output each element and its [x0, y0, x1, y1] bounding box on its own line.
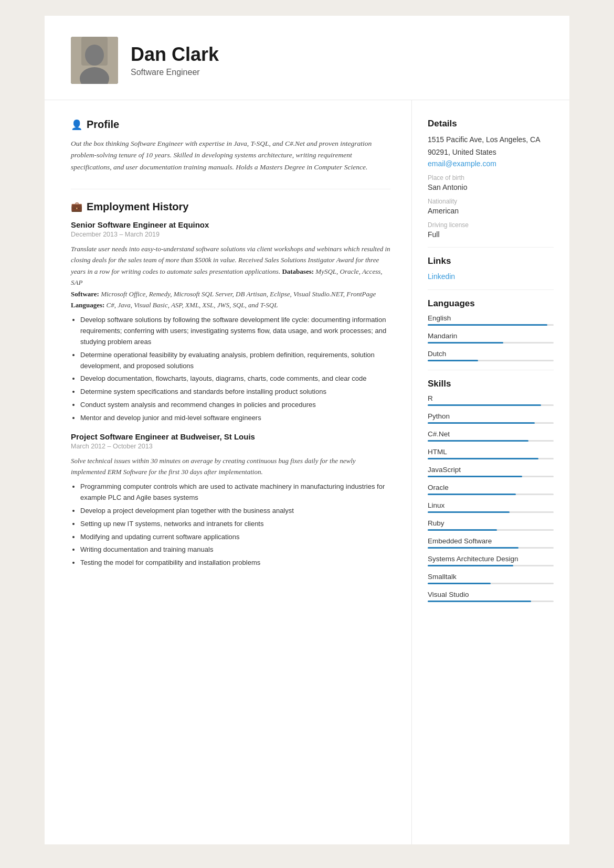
skill-bar-fill-11 [428, 601, 531, 602]
job-1-bullet-2: Determine operational feasibility by eva… [80, 350, 390, 372]
skill-item-7: Ruby [428, 519, 554, 531]
profile-icon: 👤 [71, 119, 82, 131]
skill-bar-bg-0 [428, 404, 554, 406]
language-item-2: Dutch [428, 350, 554, 361]
job-1-bullet-6: Mentor and develop junior and mid-level … [80, 413, 390, 424]
language-name-2: Dutch [428, 350, 554, 358]
job-2-bullets: Programming computer controls which are … [80, 481, 390, 569]
skill-bar-bg-11 [428, 601, 554, 602]
skill-item-9: Systems Architecture Design [428, 555, 554, 566]
skill-bar-fill-2 [428, 440, 528, 442]
employment-section-title: 💼 Employment History [71, 201, 390, 213]
skill-name-11: Visual Studio [428, 591, 554, 598]
resume-card: Dan Clark Software Engineer 👤 Profile Ou… [45, 16, 569, 844]
skill-bar-bg-10 [428, 583, 554, 584]
skill-item-10: Smalltalk [428, 573, 554, 584]
language-bar-bg-1 [428, 342, 554, 344]
skill-bar-bg-6 [428, 511, 554, 513]
job-2-bullet-1: Programming computer controls which are … [80, 481, 390, 503]
job-1-bullet-4: Determine system specifications and stan… [80, 387, 390, 398]
skill-bar-bg-2 [428, 440, 554, 442]
language-bar-bg-2 [428, 360, 554, 361]
skill-name-0: R [428, 394, 554, 402]
skill-item-1: Python [428, 412, 554, 424]
skill-name-1: Python [428, 412, 554, 420]
skill-bar-bg-5 [428, 494, 554, 495]
svg-rect-3 [81, 37, 108, 66]
skill-bar-fill-4 [428, 476, 522, 477]
skill-item-8: Embedded Software [428, 537, 554, 549]
driving-license-label: Driving license [428, 221, 554, 229]
job-1: Senior Software Engineer at Equinox Dece… [71, 220, 390, 424]
languages-section: Languages English Mandarin Dutch [428, 298, 554, 361]
details-section: Details 1515 Pacific Ave, Los Angeles, C… [428, 119, 554, 239]
skill-item-3: HTML [428, 448, 554, 459]
nationality-value: American [428, 207, 554, 215]
language-item-0: English [428, 314, 554, 326]
skills-section: Skills R Python C#.Net HTML [428, 379, 554, 602]
skill-item-11: Visual Studio [428, 591, 554, 602]
links-section: Links Linkedin [428, 256, 554, 281]
skill-bar-bg-7 [428, 529, 554, 531]
job-2-dates: March 2012 – October 2013 [71, 443, 390, 450]
language-name-0: English [428, 314, 554, 322]
skill-bar-fill-9 [428, 565, 513, 566]
details-title: Details [428, 119, 554, 129]
job-1-bullet-1: Develop software solutions by following … [80, 315, 390, 347]
skill-bar-fill-5 [428, 494, 516, 495]
job-2-bullet-6: Testing the model for compatibility and … [80, 558, 390, 569]
skill-bar-fill-1 [428, 422, 535, 424]
profile-section-title: 👤 Profile [71, 119, 390, 131]
profile-text: Out the box thinking Software Engineer w… [71, 138, 390, 173]
driving-license-value: Full [428, 230, 554, 239]
skill-item-5: Oracle [428, 484, 554, 495]
skill-name-10: Smalltalk [428, 573, 554, 581]
skill-name-2: C#.Net [428, 430, 554, 438]
job-2-bullet-5: Writing documentation and training manua… [80, 544, 390, 555]
job-1-bullet-3: Develop documentation, flowcharts, layou… [80, 373, 390, 384]
job-1-desc: Translate user needs into easy-to-unders… [71, 243, 390, 311]
skill-bar-bg-1 [428, 422, 554, 424]
skill-name-7: Ruby [428, 519, 554, 527]
employment-section: 💼 Employment History Senior Software Eng… [71, 201, 390, 569]
details-address: 1515 Pacific Ave, Los Angeles, CA [428, 134, 554, 145]
links-title: Links [428, 256, 554, 266]
place-of-birth-label: Place of birth [428, 174, 554, 181]
skill-name-4: JavaScript [428, 466, 554, 474]
job-1-sw: Microsoft Office, Remedy, Microsoft SQL … [101, 290, 376, 298]
right-column: Details 1515 Pacific Ave, Los Angeles, C… [412, 100, 569, 844]
candidate-title: Software Engineer [131, 68, 219, 77]
skill-name-9: Systems Architecture Design [428, 555, 554, 563]
job-1-bullets: Develop software solutions by following … [80, 315, 390, 423]
language-bar-fill-1 [428, 342, 503, 344]
employment-icon: 💼 [71, 201, 82, 212]
language-bar-fill-0 [428, 324, 547, 326]
skill-bar-bg-9 [428, 565, 554, 566]
job-1-lang-label: Languages: [71, 301, 107, 309]
skill-bar-bg-3 [428, 458, 554, 459]
details-email[interactable]: email@example.com [428, 159, 554, 168]
avatar [71, 37, 118, 84]
linkedin-link[interactable]: Linkedin [428, 272, 455, 281]
skill-item-6: Linux [428, 501, 554, 513]
job-2-bullet-2: Develop a project development plan toget… [80, 506, 390, 517]
job-1-bullet-5: Conduct system analysis and recommend ch… [80, 400, 390, 411]
language-bar-bg-0 [428, 324, 554, 326]
languages-title: Languages [428, 298, 554, 309]
skill-bar-bg-4 [428, 476, 554, 477]
left-column: 👤 Profile Out the box thinking Software … [45, 100, 412, 844]
skill-bar-fill-7 [428, 529, 497, 531]
job-1-title: Senior Software Engineer at Equinox [71, 220, 390, 229]
job-1-lang: C#, Java, Visual Basic, ASP, XML, XSL, J… [107, 301, 278, 309]
profile-section: 👤 Profile Out the box thinking Software … [71, 119, 390, 173]
candidate-name: Dan Clark [131, 44, 219, 66]
job-1-sw-label: Software: [71, 290, 101, 298]
skill-item-0: R [428, 394, 554, 406]
skill-name-8: Embedded Software [428, 537, 554, 545]
skill-name-3: HTML [428, 448, 554, 456]
skill-name-5: Oracle [428, 484, 554, 491]
main-content: 👤 Profile Out the box thinking Software … [45, 100, 569, 844]
skill-name-6: Linux [428, 501, 554, 509]
place-of-birth-value: San Antonio [428, 183, 554, 191]
skill-bar-fill-8 [428, 547, 518, 549]
